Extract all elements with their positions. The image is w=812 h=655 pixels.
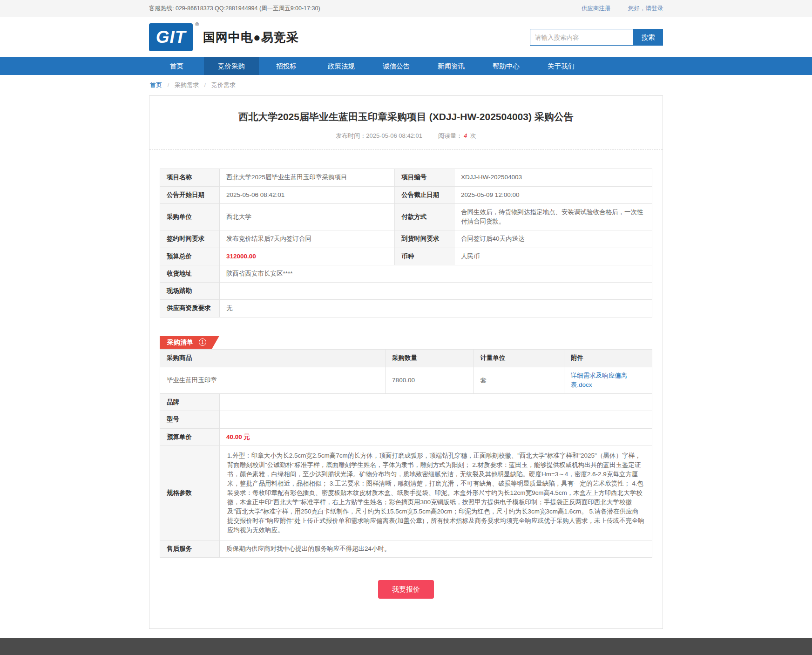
delivery-time-value: 合同签订后40天内送达 (454, 230, 652, 248)
payment-label: 付款方式 (395, 203, 454, 230)
end-date-value: 2025-05-09 12:00:00 (454, 186, 652, 203)
budget-label: 预算总价 (160, 248, 220, 265)
product-name-value: 毕业生蓝田玉印章 (160, 367, 386, 394)
product-qty-value: 7800.00 (386, 367, 474, 394)
table-row: 公告开始日期 2025-05-06 08:42:01 公告截止日期 2025-0… (160, 186, 652, 203)
git-logo[interactable]: GIT ® (149, 23, 193, 51)
views-label: 阅读量： (438, 132, 462, 139)
table-row: 采购单位 西北大学 付款方式 合同生效后，待货物到达指定地点、安装调试验收合格后… (160, 203, 652, 230)
search-button[interactable]: 搜索 (633, 29, 663, 46)
views-unit: 次 (470, 132, 476, 139)
purchase-list-ribbon: 采购清单 1 (160, 336, 219, 349)
model-label: 型号 (160, 411, 220, 428)
site-footer: 北京国网中电软件股份有限公司 ☎ 电话： 029-86618373/138110… (0, 638, 812, 655)
notice-title: 西北大学2025届毕业生蓝田玉印章采购项目 (XDJJ-HW-202504003… (168, 110, 644, 123)
purchase-list-table: 采购商品 采购数量 计量单位 附件 毕业生蓝田玉印章 7800.00 套 详细需… (160, 349, 652, 558)
registered-mark: ® (195, 21, 199, 27)
buyer-value: 西北大学 (219, 203, 394, 230)
site-survey-label: 现场踏勘 (160, 283, 220, 300)
brand-label: 品牌 (160, 394, 220, 411)
publish-time-value: 2025-05-06 08:42:01 (366, 132, 422, 139)
table-row: 售后服务 质保期内供应商对我中心提出的服务响应不得超出24小时。 (160, 540, 652, 557)
project-info-table: 项目名称 西北大学2025届毕业生蓝田玉印章采购项目 项目编号 XDJJ-HW-… (160, 169, 652, 317)
nav-item-tender[interactable]: 招投标 (259, 57, 314, 75)
start-date-label: 公告开始日期 (160, 186, 220, 203)
table-row: 毕业生蓝田玉印章 7800.00 套 详细需求及响应偏离表.docx (160, 367, 652, 394)
table-header-row: 采购商品 采购数量 计量单位 附件 (160, 349, 652, 367)
site-survey-value (219, 283, 652, 300)
breadcrumb-separator: / (168, 81, 169, 88)
qualification-label: 供应商资质要求 (160, 300, 220, 317)
table-row: 现场踏勘 (160, 283, 652, 300)
buyer-label: 采购单位 (160, 203, 220, 230)
site-header: GIT ® 国网中电●易竞采 搜索 (0, 17, 812, 57)
project-name-value: 西北大学2025届毕业生蓝田玉印章采购项目 (219, 169, 394, 186)
nav-item-help[interactable]: 帮助中心 (479, 57, 534, 75)
table-row: 预算单价 40.00 元 (160, 428, 652, 446)
nav-item-home[interactable]: 首页 (149, 57, 204, 75)
search-input[interactable] (530, 29, 633, 46)
table-row: 项目名称 西北大学2025届毕业生蓝田玉印章采购项目 项目编号 XDJJ-HW-… (160, 169, 652, 186)
attachment-link[interactable]: 详细需求及响应偏离表.docx (571, 372, 628, 388)
git-logo-text: GIT (156, 27, 186, 47)
model-value (219, 411, 652, 428)
col-unit-header: 计量单位 (474, 349, 564, 367)
nav-item-policy[interactable]: 政策法规 (314, 57, 369, 75)
table-row: 供应商资质要求 无 (160, 300, 652, 317)
nav-item-news[interactable]: 新闻资讯 (424, 57, 479, 75)
brand-value (219, 394, 652, 411)
currency-label: 币种 (395, 248, 454, 265)
nav-item-about[interactable]: 关于我们 (534, 57, 589, 75)
sign-time-value: 发布竞价结果后7天内签订合同 (219, 230, 394, 248)
quote-button[interactable]: 我要报价 (378, 580, 434, 599)
payment-value: 合同生效后，待货物到达指定地点、安装调试验收合格后，一次性付清合同货款。 (454, 203, 652, 230)
after-sales-label: 售后服务 (160, 540, 220, 557)
topbar: 客服热线: 029-86618373 QQ:2881944994 (周一至周五9… (0, 0, 812, 17)
table-row: 规格参数 1.外型：印章大小为长2.5cm宽2.5cm高7cm的长方体，顶面打磨… (160, 446, 652, 540)
ship-address-label: 收货地址 (160, 265, 220, 282)
qualification-value: 无 (219, 300, 652, 317)
after-sales-value: 质保期内供应商对我中心提出的服务响应不得超出24小时。 (219, 540, 652, 557)
site-title: 国网中电●易竞采 (203, 29, 299, 46)
table-row: 预算总价 312000.00 币种 人民币 (160, 248, 652, 265)
table-row: 签约时间要求 发布竞价结果后7天内签订合同 到货时间要求 合同签订后40天内送达 (160, 230, 652, 248)
delivery-time-label: 到货时间要求 (395, 230, 454, 248)
sign-time-label: 签约时间要求 (160, 230, 220, 248)
views-count: 4 (464, 132, 467, 139)
budget-value: 312000.00 (219, 248, 394, 265)
login-link[interactable]: 您好，请登录 (628, 5, 663, 12)
notice-card: 西北大学2025届毕业生蓝田玉印章采购项目 (XDJJ-HW-202504003… (149, 95, 663, 629)
table-row: 收货地址 陕西省西安市长安区**** (160, 265, 652, 282)
end-date-label: 公告截止日期 (395, 186, 454, 203)
purchase-list-label: 采购清单 (167, 338, 193, 346)
search-bar: 搜索 (530, 29, 663, 46)
breadcrumb-purchase-demand[interactable]: 采购需求 (175, 81, 199, 88)
product-unit-value: 套 (474, 367, 564, 394)
unit-price-value: 40.00 元 (219, 428, 652, 446)
ship-address-value: 陕西省西安市长安区**** (219, 265, 652, 282)
breadcrumb-separator: / (204, 81, 206, 88)
table-row: 型号 (160, 411, 652, 428)
project-name-label: 项目名称 (160, 169, 220, 186)
nav-item-bidding-purchase[interactable]: 竞价采购 (204, 57, 259, 75)
unit-price-label: 预算单价 (160, 428, 220, 446)
main-nav: 首页 竞价采购 招投标 政策法规 诚信公告 新闻资讯 帮助中心 关于我们 (0, 57, 812, 75)
nav-item-integrity[interactable]: 诚信公告 (369, 57, 424, 75)
publish-info: 发布时间：2025-05-06 08:42:01阅读量：4 次 (168, 132, 644, 140)
spec-value: 1.外型：印章大小为长2.5cm宽2.5cm高7cm的长方体，顶面打磨成弧形，顶… (219, 446, 652, 540)
table-row: 品牌 (160, 394, 652, 411)
purchase-list-count-badge: 1 (199, 338, 206, 346)
currency-value: 人民币 (454, 248, 652, 265)
breadcrumb-bidding-demand: 竞价需求 (211, 81, 236, 88)
col-product-header: 采购商品 (160, 349, 386, 367)
project-no-value: XDJJ-HW-202504003 (454, 169, 652, 186)
supplier-register-link[interactable]: 供应商注册 (582, 5, 611, 12)
hotline-text: 客服热线: 029-86618373 QQ:2881944994 (周一至周五9… (149, 5, 320, 13)
breadcrumb-home[interactable]: 首页 (150, 81, 162, 88)
breadcrumb: 首页 / 采购需求 / 竞价需求 (149, 75, 663, 95)
spec-label: 规格参数 (160, 446, 220, 540)
start-date-value: 2025-05-06 08:42:01 (219, 186, 394, 203)
col-qty-header: 采购数量 (386, 349, 474, 367)
project-no-label: 项目编号 (395, 169, 454, 186)
col-attachment-header: 附件 (564, 349, 652, 367)
